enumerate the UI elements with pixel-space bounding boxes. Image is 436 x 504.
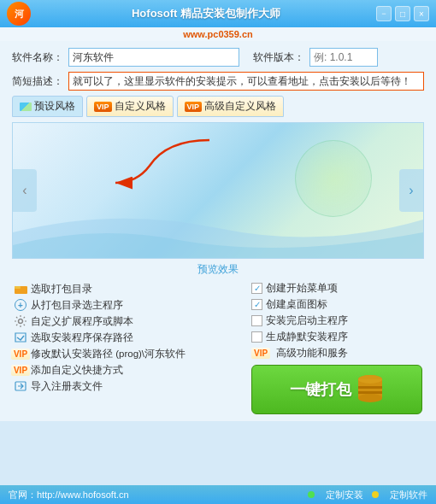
vip-badge-1: VIP <box>94 102 112 112</box>
preview-area: ‹ › <box>12 122 424 259</box>
checkbox-auto-run-input[interactable] <box>251 315 262 326</box>
status-bar: 官网：http://www.hofosoft.cn 定制安装 定制软件 <box>0 485 436 504</box>
checkbox-auto-run-label: 安装完启动主程序 <box>266 314 348 327</box>
menu-item-select-dir-label: 选取打包目录 <box>31 283 92 296</box>
tab-advanced[interactable]: VIP 高级自定义风格 <box>177 96 285 117</box>
menu-item-modify-path[interactable]: VIP 修改默认安装路径 (prog)\河东软件 <box>14 347 245 360</box>
checkbox-silent-label: 生成静默安装程序 <box>266 331 348 343</box>
menu-list: 选取打包目录 + 从打包目录选主程序 自定义扩展程序或脚本 选取安装程序保存路径 <box>14 282 245 414</box>
main-content: 软件名称： 软件版本： 简短描述： 预设风格 VIP 自定义风格 VIP 高级自… <box>0 41 436 421</box>
pack-button[interactable]: 一键打包 <box>251 365 422 414</box>
gear-icon <box>14 314 27 328</box>
svg-rect-9 <box>358 391 382 394</box>
status-dot-2 <box>372 491 379 498</box>
tab-advanced-label: 高级自定义风格 <box>204 99 276 114</box>
preview-prev-button[interactable]: ‹ <box>13 169 37 212</box>
checkbox-start-menu[interactable]: 创建开始菜单项 <box>251 282 422 295</box>
status-label-2: 定制软件 <box>390 489 427 501</box>
menu-item-add-shortcut[interactable]: VIP 添加自定义快捷方式 <box>14 363 245 377</box>
menu-item-import-reg[interactable]: 导入注册表文件 <box>14 379 245 393</box>
checkbox-start-menu-label: 创建开始菜单项 <box>266 282 338 295</box>
preview-label: 预览效果 <box>12 262 424 277</box>
menu-item-select-save-label: 选取安装程序保存路径 <box>31 331 133 344</box>
svg-point-10 <box>358 375 382 384</box>
checkbox-silent[interactable]: 生成静默安装程序 <box>251 331 422 343</box>
checkbox-desktop-icon-label: 创建桌面图标 <box>266 298 327 311</box>
title-bar: 河 Hofosoft 精品安装包制作大师 － □ × <box>0 0 436 27</box>
checkbox-auto-run[interactable]: 安装完启动主程序 <box>251 314 422 327</box>
glow-circle <box>295 140 372 217</box>
wave-decoration <box>13 198 423 258</box>
pack-barrel-icon <box>356 374 384 405</box>
preset-icon <box>20 103 32 111</box>
menu-item-custom-ext[interactable]: 自定义扩展程序或脚本 <box>14 314 245 328</box>
app-logo: 河 <box>7 2 31 26</box>
menu-item-select-main[interactable]: + 从打包目录选主程序 <box>14 298 245 312</box>
menu-item-custom-ext-label: 自定义扩展程序或脚本 <box>31 315 133 328</box>
status-dot-1 <box>308 491 315 498</box>
tab-custom-label: 自定义风格 <box>115 99 166 114</box>
menu-item-add-shortcut-label: 添加自定义快捷方式 <box>31 364 123 377</box>
maximize-button[interactable]: □ <box>395 6 410 21</box>
right-panel: 创建开始菜单项 创建桌面图标 安装完启动主程序 生成静默安装程序 VIP 高级功… <box>251 282 422 414</box>
desc-row: 简短描述： <box>12 72 424 91</box>
tabs-row: 预设风格 VIP 自定义风格 VIP 高级自定义风格 <box>12 96 424 117</box>
minimize-button[interactable]: － <box>376 6 392 21</box>
name-version-row: 软件名称： 软件版本： <box>12 48 424 67</box>
tab-preset-label: 预设风格 <box>34 99 75 114</box>
vip-icon-2: VIP <box>14 363 27 377</box>
version-input[interactable] <box>309 48 378 67</box>
svg-point-7 <box>358 394 382 402</box>
checkbox-silent-input[interactable] <box>251 331 262 343</box>
checkbox-advanced-label: 高级功能和服务 <box>276 347 348 360</box>
folder-icon <box>14 282 27 296</box>
arrow-overlay <box>98 136 218 196</box>
status-label-1: 定制安装 <box>326 489 363 501</box>
watermark-bar: www.pc0359.cn <box>0 27 436 41</box>
svg-point-3 <box>19 319 23 324</box>
pack-button-label: 一键打包 <box>290 379 351 400</box>
checkbox-start-menu-input[interactable] <box>251 283 262 294</box>
desc-input[interactable] <box>68 72 424 91</box>
menu-item-modify-path-label: 修改默认安装路径 (prog)\河东软件 <box>31 348 186 360</box>
import-icon <box>14 379 27 393</box>
preview-next-button[interactable]: › <box>399 169 423 212</box>
window-controls: － □ × <box>376 6 429 21</box>
menu-item-select-save[interactable]: 选取安装程序保存路径 <box>14 331 245 344</box>
tab-preset[interactable]: 预设风格 <box>12 96 83 117</box>
bottom-section: 选取打包目录 + 从打包目录选主程序 自定义扩展程序或脚本 选取安装程序保存路径 <box>12 282 424 414</box>
name-label: 软件名称： <box>12 50 63 65</box>
software-name-input[interactable] <box>68 48 239 67</box>
close-button[interactable]: × <box>414 6 429 21</box>
vip-badge-checkbox: VIP <box>251 348 270 359</box>
save-path-icon <box>14 331 27 344</box>
version-label: 软件版本： <box>253 50 304 65</box>
app-title: Hofosoft 精品安装包制作大师 <box>36 6 376 21</box>
vip-icon-1: VIP <box>14 347 27 360</box>
tab-custom[interactable]: VIP 自定义风格 <box>86 96 174 117</box>
menu-item-import-reg-label: 导入注册表文件 <box>31 380 103 393</box>
plus-circle-icon: + <box>14 298 27 312</box>
svg-rect-2 <box>15 286 21 289</box>
svg-rect-8 <box>358 386 382 389</box>
checkbox-desktop-icon-input[interactable] <box>251 299 262 310</box>
watermark-text: www.pc0359.cn <box>183 29 253 39</box>
menu-item-select-main-label: 从打包目录选主程序 <box>31 299 123 312</box>
website-text: 官网：http://www.hofosoft.cn <box>9 489 129 501</box>
vip-badge-2: VIP <box>185 102 203 112</box>
checkbox-desktop-icon[interactable]: 创建桌面图标 <box>251 298 422 311</box>
desc-label: 简短描述： <box>12 74 63 89</box>
checkbox-advanced[interactable]: VIP 高级功能和服务 <box>251 347 422 360</box>
menu-item-select-dir[interactable]: 选取打包目录 <box>14 282 245 296</box>
